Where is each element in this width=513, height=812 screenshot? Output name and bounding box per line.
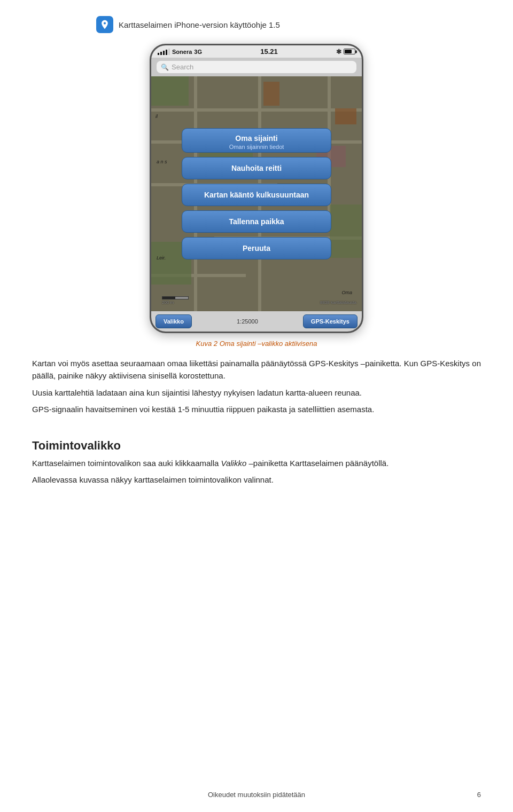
carrier-label: Sonera <box>172 49 192 55</box>
page-footer: Oikeudet muutoksiin pidätetään <box>0 791 513 799</box>
modal-btn-record[interactable]: Nauhoita reitti <box>182 157 331 179</box>
bar5 <box>168 49 170 55</box>
bluetooth-icon: ✱ <box>336 48 341 56</box>
valikko-button[interactable]: Valikko <box>156 314 192 328</box>
map-area: il a n s Leir. Oma 200 m 8838 karttalata… <box>151 76 362 311</box>
modal-btn-location-sub: Oman sijainnin tiedot <box>193 144 320 150</box>
iphone-screenshot: Sonera 3G 15.21 ✱ 🔍 Search <box>150 44 363 333</box>
search-icon: 🔍 <box>161 64 169 71</box>
signal-bars <box>158 49 170 55</box>
modal-btn-save[interactable]: Tallenna paikka <box>182 210 331 233</box>
bar2 <box>160 52 162 55</box>
battery-fill <box>345 50 352 53</box>
body-para-2: Uusia karttalehtiä ladataan aina kun sij… <box>32 387 481 399</box>
modal-btn-cancel[interactable]: Peruuta <box>182 237 331 259</box>
modal-overlay: Oma sijainti Oman sijainnin tiedot Nauho… <box>151 76 362 311</box>
bar3 <box>163 51 165 55</box>
section-para-1-text: Karttaselaimen toimintovalikon saa auki … <box>32 459 221 468</box>
modal-btn-rotate[interactable]: Kartan kääntö kulkusuuntaan <box>182 184 331 206</box>
time-label: 15.21 <box>260 48 278 56</box>
modal-btn-location-label: Oma sijainti <box>193 134 320 143</box>
bar4 <box>166 50 167 55</box>
body-para-3: GPS-signaalin havaitseminen voi kestää 1… <box>32 403 481 415</box>
image-caption: Kuva 2 Oma sijainti –valikko aktiivisena <box>196 340 317 348</box>
scale-display: 1:25000 <box>237 318 258 325</box>
status-left: Sonera 3G <box>158 49 202 55</box>
status-right: ✱ <box>336 48 355 56</box>
copyright-text: Oikeudet muutoksiin pidätetään <box>208 791 305 799</box>
page-title: Karttaselaimen iPhone-version käyttöohje… <box>119 20 280 29</box>
battery-icon <box>344 49 355 54</box>
app-icon <box>96 16 113 33</box>
body-para-1: Kartan voi myös asettaa seuraamaan omaa … <box>32 357 481 382</box>
search-placeholder: Search <box>172 63 193 71</box>
modal-btn-location[interactable]: Oma sijainti Oman sijainnin tiedot <box>182 128 331 153</box>
body-section-1: Kartan voi myös asettaa seuraamaan omaa … <box>32 357 481 420</box>
iphone-frame: Sonera 3G 15.21 ✱ 🔍 Search <box>150 44 363 333</box>
page-header: Karttaselaimen iPhone-version käyttöohje… <box>96 16 280 33</box>
section-heading: Toimintovalikko <box>32 439 481 453</box>
iphone-bottom-bar: Valikko 1:25000 GPS-Keskitys <box>151 311 362 332</box>
section-para-2: Allaolevassa kuvassa näkyy karttaselaime… <box>32 474 481 486</box>
gps-button[interactable]: GPS-Keskitys <box>303 314 357 328</box>
section-para-1-italic: Valikko <box>221 459 247 468</box>
network-label: 3G <box>194 49 202 55</box>
search-bar-container: 🔍 Search <box>151 58 362 76</box>
section-para-1-rest: –painiketta Karttaselaimen päänäytöllä. <box>246 459 388 468</box>
bar1 <box>158 53 159 55</box>
section-para-1: Karttaselaimen toimintovalikon saa auki … <box>32 457 481 469</box>
page-number: 6 <box>477 791 481 799</box>
status-bar: Sonera 3G 15.21 ✱ <box>151 45 362 58</box>
search-bar[interactable]: 🔍 Search <box>157 61 356 73</box>
page-container: Karttaselaimen iPhone-version käyttöohje… <box>0 0 513 812</box>
body-section-2: Karttaselaimen toimintovalikon saa auki … <box>32 457 481 491</box>
